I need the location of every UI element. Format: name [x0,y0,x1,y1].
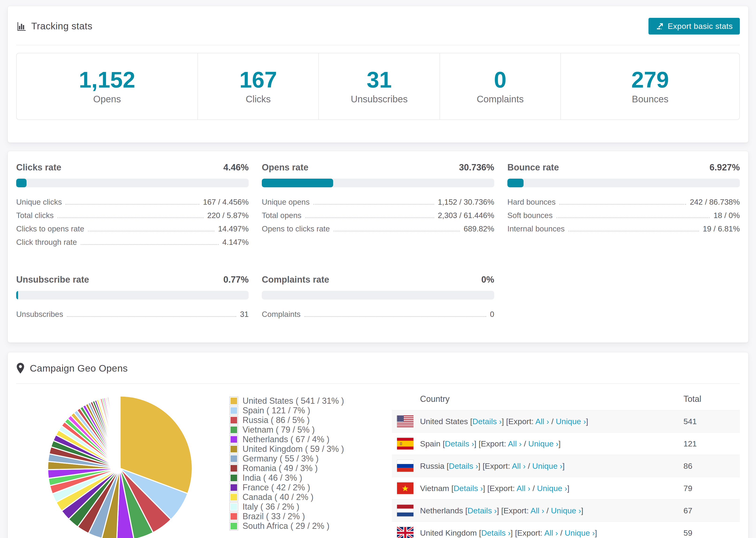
stat-label: Total opens [262,211,301,220]
stat-label: Internal bounces [507,224,565,233]
legend-swatch [229,416,238,425]
legend-item-germany[interactable]: Germany ( 55 / 3% ) [229,454,375,463]
flag-icon-ru [397,460,413,472]
export-unique-link[interactable]: Unique › [556,417,586,426]
stat-value: 0 [490,310,494,319]
flag-icon-gb [397,527,413,538]
dotted-leader [305,217,434,218]
country-cell: Vietnam [Details ›] [Export: All › / Uni… [392,482,683,494]
stat-value: 14.497% [218,224,249,233]
legend-item-netherlands[interactable]: Netherlands ( 67 / 4% ) [229,435,375,444]
dotted-leader [81,244,219,245]
legend-item-india[interactable]: India ( 46 / 3% ) [229,473,375,483]
legend-item-united-states[interactable]: United States ( 541 / 31% ) [229,396,375,405]
export-all-link[interactable]: All › [516,484,530,493]
legend-label: Vietnam ( 79 / 5% ) [243,425,315,435]
bracket-close: ] [595,528,597,537]
total-value: 79 [683,484,740,493]
stat-line-clicks-to-opens-rate: Clicks to opens rate14.497% [16,224,249,238]
rates-grid: Clicks rate4.46%Unique clicks167 / 4.456… [16,162,740,323]
legend-label: Brazil ( 33 / 2% ) [243,511,305,521]
legend-item-romania[interactable]: Romania ( 49 / 3% ) [229,463,375,473]
stat-label: Opens to clicks rate [262,224,330,233]
legend-item-russia[interactable]: Russia ( 86 / 5% ) [229,415,375,425]
details-link[interactable]: Details › [481,528,511,537]
country-name: United States [ [420,417,472,426]
rate-block-opens-rate: Opens rate30.736%Unique opens1,152 / 30.… [262,162,494,251]
geo-table: Country Total United States [Details ›] … [392,388,740,538]
stat-value: 220 / 5.87% [207,211,249,220]
export-prefix: ] [Export: [497,506,531,515]
flag-icon-nl [397,505,413,517]
legend-item-vietnam[interactable]: Vietnam ( 79 / 5% ) [229,425,375,435]
header-divider [16,45,740,45]
stat-value: 19 / 6.81% [703,224,740,233]
tracking-stats-card: Tracking stats Export basic stats 1,152O… [8,6,748,143]
tracking-stats-header: Tracking stats Export basic stats [8,6,748,45]
export-button-label: Export basic stats [668,22,733,31]
total-value: 67 [683,506,740,515]
export-prefix: ] [Export: [478,461,512,470]
legend-item-south-africa[interactable]: South Africa ( 29 / 2% ) [229,521,375,531]
export-unique-link[interactable]: Unique › [528,439,559,448]
bracket-close: ] [563,461,565,470]
export-all-link[interactable]: All › [508,439,522,448]
details-link[interactable]: Details › [454,484,483,493]
legend-swatch [229,445,238,454]
export-all-link[interactable]: All › [531,506,544,515]
geo-opens-pie-chart[interactable] [42,391,197,538]
legend-item-canada[interactable]: Canada ( 40 / 2% ) [229,492,375,502]
summary-stats-row: 1,152Opens167Clicks31Unsubscribes0Compla… [16,53,740,120]
flag-icon-us [397,415,413,427]
summary-cell-unsubscribes: 31Unsubscribes [318,53,439,120]
details-link[interactable]: Details › [472,417,502,426]
country-name: Netherlands [ [420,506,467,515]
bracket-close: ] [559,439,561,448]
table-row-russia: Russia [Details ›] [Export: All › / Uniq… [392,455,740,477]
legend-swatch [229,454,238,463]
export-basic-stats-button[interactable]: Export basic stats [648,18,740,34]
stat-value: 31 [240,310,249,319]
export-all-link[interactable]: All › [535,417,549,426]
summary-value-bounces: 279 [631,69,669,91]
details-link[interactable]: Details › [467,506,497,515]
rate-progress-fill [16,179,27,187]
summary-label-unsubscribes: Unsubscribes [351,94,407,104]
legend-item-united-kingdom[interactable]: United Kingdom ( 59 / 3% ) [229,444,375,454]
dotted-leader [67,316,236,317]
legend-swatch [229,425,238,434]
details-link[interactable]: Details › [449,461,478,470]
stat-line-unique-clicks: Unique clicks167 / 4.456% [16,198,249,211]
legend-item-brazil[interactable]: Brazil ( 33 / 2% ) [229,511,375,521]
legend-item-italy[interactable]: Italy ( 36 / 2% ) [229,502,375,511]
bar-chart-icon [16,21,26,31]
export-unique-link[interactable]: Unique › [532,461,563,470]
export-unique-link[interactable]: Unique › [537,484,567,493]
geo-table-header: Country Total [392,388,740,410]
geo-body: United States ( 541 / 31% )Spain ( 121 /… [8,384,748,538]
country-cell: United States [Details ›] [Export: All ›… [392,415,683,427]
legend-label: Canada ( 40 / 2% ) [243,492,313,502]
table-row-spain: Spain [Details ›] [Export: All › / Uniqu… [392,432,740,455]
stat-value: 1,152 / 30.736% [438,198,494,207]
legend-label: Italy ( 36 / 2% ) [243,502,299,512]
legend-item-france[interactable]: France ( 42 / 2% ) [229,483,375,492]
export-unique-link[interactable]: Unique › [565,528,595,537]
legend-item-spain[interactable]: Spain ( 121 / 7% ) [229,405,375,415]
details-link[interactable]: Details › [445,439,474,448]
summary-value-complaints: 0 [494,69,507,91]
flag-icon-es [397,438,413,450]
export-all-link[interactable]: All › [512,461,526,470]
summary-label-complaints: Complaints [477,94,523,104]
export-all-link[interactable]: All › [544,528,558,537]
export-unique-link[interactable]: Unique › [551,506,581,515]
export-prefix: ] [Export: [474,439,508,448]
stat-label: Unique opens [262,198,310,207]
dotted-leader [88,231,214,232]
rate-progress-fill [507,179,523,187]
rate-progress-fill [16,291,18,299]
export-prefix: ] [Export: [511,528,544,537]
export-icon [656,22,664,30]
stat-label: Click through rate [16,238,77,247]
country-links: Netherlands [Details ›] [Export: All › /… [420,506,583,515]
